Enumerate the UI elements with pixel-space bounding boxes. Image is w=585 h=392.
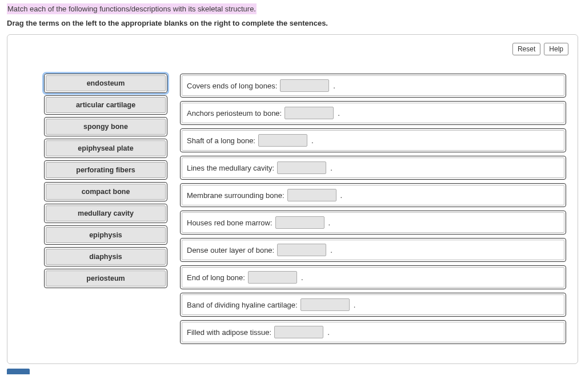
blank-drop-target[interactable] bbox=[248, 271, 297, 284]
terms-column: endosteumarticular cartilagespongy bonee… bbox=[44, 74, 167, 290]
term-slot[interactable]: endosteum bbox=[44, 74, 167, 93]
blank-drop-target[interactable] bbox=[277, 244, 326, 256]
sentence-suffix: . bbox=[327, 328, 330, 337]
term-chip[interactable]: medullary cavity bbox=[46, 205, 166, 221]
sentence-prefix: Anchors periosteum to bone: bbox=[187, 109, 282, 118]
term-slot[interactable]: perforating fibers bbox=[44, 160, 167, 180]
sentence-suffix: . bbox=[328, 219, 331, 227]
sentence-prefix: Covers ends of long bones: bbox=[187, 82, 277, 90]
sentence-suffix: . bbox=[330, 246, 332, 254]
term-slot[interactable]: compact bone bbox=[44, 182, 167, 201]
sentence-inner: End of long bone:. bbox=[182, 267, 564, 288]
sentence-inner: Anchors periosteum to bone:. bbox=[182, 103, 564, 123]
sentence-suffix: . bbox=[354, 301, 356, 309]
bottom-stub bbox=[7, 369, 30, 374]
help-button[interactable]: Help bbox=[544, 43, 568, 55]
term-slot[interactable]: medullary cavity bbox=[44, 204, 167, 223]
sentence-inner: Shaft of a long bone:. bbox=[182, 130, 564, 151]
term-slot[interactable]: epiphysis bbox=[44, 225, 167, 245]
sentence-slot: Covers ends of long bones:. bbox=[180, 74, 566, 98]
sentence-inner: Membrane surrounding bone:. bbox=[182, 185, 564, 205]
sentence-slot: Band of dividing hyaline cartilage:. bbox=[180, 293, 566, 317]
sentence-slot: Houses red bone marrow:. bbox=[180, 211, 566, 235]
sentence-slot: Lines the medullary cavity:. bbox=[180, 156, 566, 180]
blank-drop-target[interactable] bbox=[300, 298, 350, 311]
sentence-prefix: Lines the medullary cavity: bbox=[187, 164, 274, 172]
sentence-slot: Anchors periosteum to bone:. bbox=[180, 101, 566, 125]
term-slot[interactable]: articular cartilage bbox=[44, 95, 167, 115]
term-slot[interactable]: periosteum bbox=[44, 269, 167, 288]
sentences-column: Covers ends of long bones:.Anchors perio… bbox=[180, 74, 566, 347]
term-chip[interactable]: endosteum bbox=[46, 75, 166, 91]
term-slot[interactable]: diaphysis bbox=[44, 247, 167, 266]
term-chip[interactable]: epiphysis bbox=[46, 227, 166, 243]
sentence-slot: Shaft of a long bone:. bbox=[180, 128, 566, 152]
sentence-suffix: . bbox=[311, 136, 314, 145]
sentence-slot: Filled with adipose tissue:. bbox=[180, 320, 566, 344]
sentence-prefix: End of long bone: bbox=[187, 273, 245, 282]
term-slot[interactable]: epiphyseal plate bbox=[44, 139, 167, 158]
sentence-inner: Houses red bone marrow:. bbox=[182, 212, 564, 233]
term-chip[interactable]: perforating fibers bbox=[46, 162, 166, 178]
sentence-slot: Membrane surrounding bone:. bbox=[180, 183, 566, 207]
sentence-inner: Lines the medullary cavity:. bbox=[182, 157, 564, 178]
term-chip[interactable]: articular cartilage bbox=[46, 97, 166, 113]
blank-drop-target[interactable] bbox=[285, 107, 334, 119]
sentence-inner: Filled with adipose tissue:. bbox=[182, 322, 564, 342]
blank-drop-target[interactable] bbox=[277, 161, 326, 174]
term-chip[interactable]: epiphyseal plate bbox=[46, 140, 166, 156]
workspace: endosteumarticular cartilagespongy bonee… bbox=[19, 74, 566, 347]
sentence-prefix: Filled with adipose tissue: bbox=[187, 328, 271, 337]
blank-drop-target[interactable] bbox=[280, 79, 329, 92]
term-chip[interactable]: compact bone bbox=[46, 184, 166, 200]
toolbar: Reset Help bbox=[512, 43, 568, 55]
sentence-prefix: Band of dividing hyaline cartilage: bbox=[187, 301, 298, 309]
blank-drop-target[interactable] bbox=[274, 326, 323, 338]
blank-drop-target[interactable] bbox=[275, 216, 324, 229]
sentence-prefix: Dense outer layer of bone: bbox=[187, 246, 274, 254]
sentence-slot: End of long bone:. bbox=[180, 265, 566, 289]
question-header: Match each of the following functions/de… bbox=[7, 3, 257, 14]
sentence-suffix: . bbox=[338, 109, 340, 118]
sentence-inner: Dense outer layer of bone:. bbox=[182, 240, 564, 260]
sentence-suffix: . bbox=[330, 164, 332, 172]
sentence-suffix: . bbox=[301, 273, 303, 282]
term-slot[interactable]: spongy bone bbox=[44, 117, 167, 136]
term-chip[interactable]: periosteum bbox=[46, 270, 166, 286]
sentence-prefix: Membrane surrounding bone: bbox=[187, 191, 285, 200]
blank-drop-target[interactable] bbox=[287, 189, 336, 201]
activity-container: Reset Help endosteumarticular cartilages… bbox=[7, 34, 578, 364]
term-chip[interactable]: diaphysis bbox=[46, 249, 166, 265]
blank-drop-target[interactable] bbox=[258, 134, 307, 147]
reset-button[interactable]: Reset bbox=[512, 43, 540, 55]
term-chip[interactable]: spongy bone bbox=[46, 119, 166, 135]
sentence-suffix: . bbox=[340, 191, 343, 200]
sentence-slot: Dense outer layer of bone:. bbox=[180, 238, 566, 262]
sentence-prefix: Shaft of a long bone: bbox=[187, 136, 255, 145]
sentence-prefix: Houses red bone marrow: bbox=[187, 219, 273, 227]
sentence-inner: Covers ends of long bones:. bbox=[182, 75, 564, 96]
sentence-inner: Band of dividing hyaline cartilage:. bbox=[182, 294, 564, 315]
drag-instruction: Drag the terms on the left to the approp… bbox=[7, 19, 578, 27]
sentence-suffix: . bbox=[333, 82, 335, 90]
